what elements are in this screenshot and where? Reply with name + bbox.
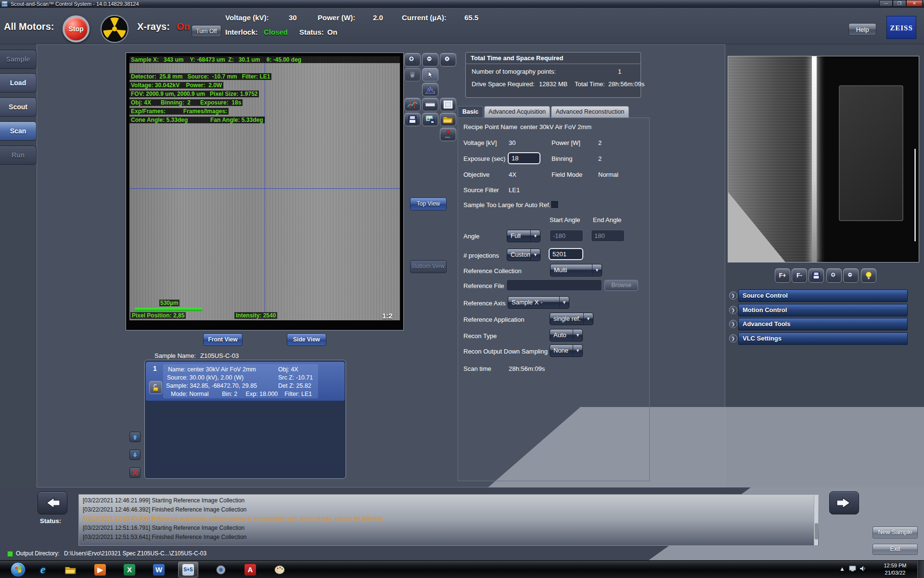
app-icon: S+S <box>1 1 8 7</box>
bottom-view-button[interactable]: Bottom View <box>410 260 447 273</box>
sidebar-item-scan[interactable]: Scan <box>0 121 37 141</box>
auto-ref-checkbox[interactable] <box>551 200 559 209</box>
exit-button[interactable]: Exit <box>873 544 918 555</box>
angle-dropdown[interactable]: Full 360▼ <box>507 230 540 242</box>
open-folder-icon[interactable] <box>440 113 456 126</box>
end-angle-input[interactable] <box>591 230 625 242</box>
recon-type-dropdown[interactable]: Auto▼ <box>550 329 583 342</box>
ref-axis-dropdown[interactable]: Sample X -▼ <box>508 296 569 309</box>
tray-volume-icon[interactable] <box>860 565 866 573</box>
ref-collection-dropdown[interactable]: Multi▼ <box>550 264 602 276</box>
line-profile-icon[interactable] <box>404 98 421 111</box>
tray-expand-icon[interactable]: ▲ <box>839 565 845 572</box>
start-button[interactable] <box>11 562 26 577</box>
maximize-button[interactable]: ❐ <box>893 0 906 7</box>
expand-icon[interactable]: ❯ <box>729 334 737 342</box>
tab-advanced-reconstruction[interactable]: Advanced Reconstruction <box>551 106 629 118</box>
camera-zoom-in-icon[interactable] <box>826 268 842 283</box>
browse-button[interactable]: Browse <box>604 280 638 291</box>
focus-plus-button[interactable]: F+ <box>775 268 790 283</box>
expand-icon[interactable]: ❯ <box>729 291 737 300</box>
move-down-icon[interactable] <box>129 449 141 460</box>
status-value: On <box>327 28 337 36</box>
taskbar-paint-icon[interactable] <box>270 562 290 578</box>
tab-advanced-acquisition[interactable]: Advanced Acquisition <box>484 106 550 118</box>
help-button[interactable]: Help <box>848 23 876 36</box>
zoom-out-icon[interactable] <box>422 53 438 66</box>
recipe-point-list[interactable]: 1 Name: center 30kV Air FoV 2mm Obj: 4X … <box>144 360 346 479</box>
lock-icon[interactable] <box>149 381 162 394</box>
delete-icon[interactable] <box>129 467 141 478</box>
taskbar-tool-icon[interactable] <box>211 562 231 578</box>
radiograph-image[interactable]: Sample X: 343 um Y: -68473 um Z: 30.1 um… <box>129 56 400 320</box>
close-button[interactable]: ✕ <box>906 0 923 7</box>
status-log[interactable]: [03/22/2021 12:46:21.999] Starting Refer… <box>78 494 819 546</box>
zoom-in-icon[interactable] <box>404 53 421 66</box>
section-source-control[interactable]: Source Control <box>738 289 908 302</box>
expand-icon[interactable]: ❯ <box>729 306 737 314</box>
pan-hand-icon[interactable] <box>404 68 421 81</box>
projections-mode-dropdown[interactable]: Custom▼ <box>507 249 540 261</box>
sidebar-item-run[interactable]: Run <box>0 145 37 165</box>
move-up-icon[interactable] <box>129 432 141 442</box>
start-angle-input[interactable] <box>550 230 583 242</box>
tray-display-icon[interactable] <box>849 565 856 573</box>
zoom-fit-icon[interactable] <box>440 53 456 66</box>
start-angle-label: Start Angle <box>550 216 580 223</box>
section-vlc-settings[interactable]: VLC Settings <box>738 332 908 345</box>
focus-minus-button[interactable]: F- <box>792 268 807 283</box>
new-sample-button[interactable]: New Sample <box>873 526 918 539</box>
camera-zoom-out-icon[interactable] <box>843 268 859 283</box>
section-advanced-tools[interactable]: Advanced Tools <box>738 318 908 330</box>
save-image-icon[interactable] <box>422 113 438 126</box>
voltage-value: 30 <box>289 13 297 22</box>
ref-application-dropdown[interactable]: single ref.▼ <box>550 313 593 325</box>
clock-time: 12:59 PM <box>878 562 912 569</box>
front-view-button[interactable]: Front View <box>203 333 243 346</box>
tab-basic[interactable]: Basic <box>458 106 483 118</box>
taskbar-excel-icon[interactable]: X <box>119 562 140 578</box>
zoom-ratio-readout: 1:2 <box>382 312 393 320</box>
histogram-icon[interactable] <box>422 83 438 96</box>
recon-downsampling-dropdown[interactable]: None▼ <box>550 344 583 357</box>
taskbar-word-icon[interactable]: W <box>149 562 169 578</box>
taskbar-media-app-icon[interactable]: ▶ <box>90 562 110 578</box>
taskbar-internet-explorer-icon[interactable]: e <box>33 562 53 578</box>
top-view-button[interactable]: Top View <box>410 197 447 210</box>
scrollbar-thumb[interactable] <box>815 523 818 539</box>
taskbar-scout-scan-icon[interactable]: S+S <box>178 562 198 578</box>
save-icon[interactable] <box>404 113 421 126</box>
joystick-icon[interactable] <box>440 128 456 141</box>
show-desktop-button[interactable] <box>917 561 924 578</box>
scan-viewport[interactable]: Sample X: 343 um Y: -68473 um Z: 30.1 um… <box>126 53 404 330</box>
xray-turn-off-button[interactable]: Turn Off <box>192 25 221 37</box>
side-view-button[interactable]: Side View <box>287 333 326 346</box>
log-scrollbar[interactable] <box>814 495 818 546</box>
pointer-icon[interactable] <box>422 68 438 81</box>
ruler-icon[interactable] <box>422 98 438 111</box>
sidebar-item-scout[interactable]: Scout <box>0 97 37 117</box>
projections-input[interactable] <box>549 248 583 260</box>
log-entry: [03/22/2021 12:51:53.641] Finished Refer… <box>83 534 246 540</box>
expand-icon[interactable]: ❯ <box>729 320 737 328</box>
next-step-button[interactable] <box>829 491 859 514</box>
current-value: 65.5 <box>464 13 478 22</box>
detail-detz: Det Z: 25.82 <box>278 382 311 389</box>
exposure-input[interactable] <box>508 152 540 164</box>
ref-file-input[interactable] <box>506 279 602 291</box>
section-motion-control[interactable]: Motion Control <box>738 304 908 316</box>
recipe-point-row[interactable]: 1 Name: center 30kV Air FoV 2mm Obj: 4X … <box>146 362 345 401</box>
tray-clock[interactable]: 12:59 PM 21/03/22 <box>878 562 912 577</box>
taskbar-acrobat-icon[interactable]: A <box>240 562 260 578</box>
previous-step-button[interactable] <box>38 491 67 514</box>
light-bulb-icon[interactable] <box>861 268 876 283</box>
sidebar-item-sample[interactable]: Sample <box>0 50 37 69</box>
roi-window-icon[interactable] <box>440 98 456 111</box>
taskbar-explorer-icon[interactable] <box>61 562 81 578</box>
minimize-button[interactable]: — <box>879 0 893 7</box>
stop-all-motors-button[interactable]: Stop <box>63 15 90 42</box>
detail-sample: Sample: 342.85, -68472.70, 29.85 <box>166 382 257 389</box>
camera-save-icon[interactable] <box>808 268 824 283</box>
sidebar-item-load[interactable]: Load <box>0 73 37 92</box>
total-time-value: 28h:56m:09s <box>608 80 644 88</box>
